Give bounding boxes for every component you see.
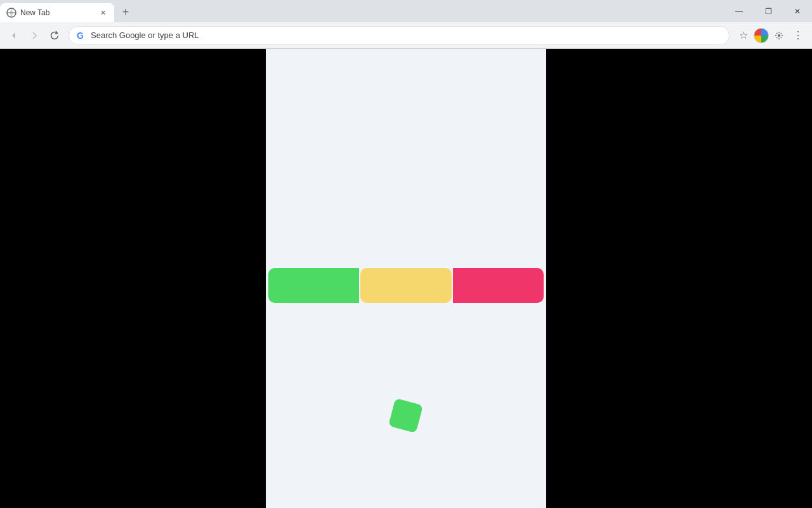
google-icon: G	[77, 30, 87, 41]
pink-paddle	[453, 268, 544, 303]
svg-point-3	[778, 34, 780, 37]
new-tab-button[interactable]: +	[117, 3, 134, 21]
address-text: Search Google or type a URL	[91, 30, 721, 40]
green-paddle	[268, 268, 359, 303]
minimize-button[interactable]: —	[724, 0, 754, 22]
tab-close-button[interactable]: ✕	[98, 8, 108, 18]
maximize-button[interactable]: ❐	[754, 0, 783, 22]
profile-icon[interactable]	[754, 28, 769, 43]
yellow-paddle	[360, 268, 451, 303]
title-bar: New Tab ✕ + — ❐ ✕	[0, 0, 812, 22]
tab-title: New Tab	[20, 8, 94, 17]
close-button[interactable]: ✕	[783, 0, 812, 22]
extensions-button[interactable]	[770, 27, 788, 44]
refresh-button[interactable]	[46, 27, 63, 44]
ball	[388, 398, 423, 433]
left-black-area	[0, 49, 266, 508]
forward-button[interactable]	[25, 27, 43, 44]
game-area[interactable]	[266, 49, 546, 508]
toolbar-right: ☆ ⋮	[735, 27, 807, 44]
toolbar: G Search Google or type a URL ☆ ⋮	[0, 22, 812, 49]
paddle-row	[266, 268, 546, 303]
bookmark-button[interactable]: ☆	[735, 27, 752, 44]
tab-strip: New Tab ✕ +	[0, 0, 134, 22]
active-tab[interactable]: New Tab ✕	[0, 3, 114, 22]
right-black-area	[546, 49, 812, 508]
svg-text:G: G	[77, 30, 84, 41]
address-bar[interactable]: G Search Google or type a URL	[69, 26, 730, 45]
back-button[interactable]	[5, 27, 23, 44]
browser-frame: New Tab ✕ + — ❐ ✕ G Searc	[0, 0, 812, 508]
tab-favicon	[6, 8, 16, 18]
window-controls: — ❐ ✕	[724, 0, 812, 22]
browser-content	[0, 49, 812, 508]
menu-button[interactable]: ⋮	[789, 27, 807, 44]
